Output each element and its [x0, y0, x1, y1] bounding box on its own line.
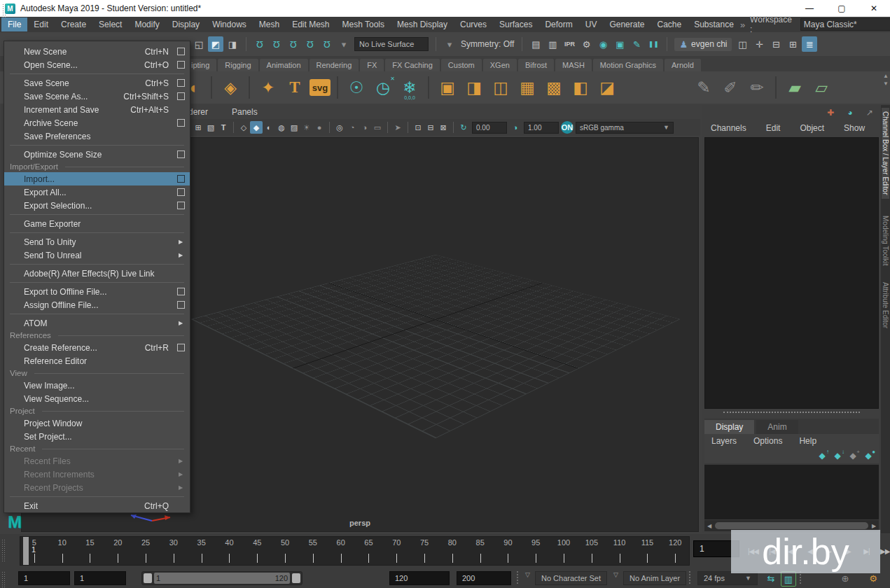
file-menu-item-save-preferences[interactable]: Save Preferences — [4, 130, 190, 143]
file-menu-item-adobe-r-after-effects-r-live-link[interactable]: Adobe(R) After Effects(R) Live Link — [4, 267, 190, 280]
snap-curve-icon[interactable]: Ω — [269, 36, 284, 52]
animation-end-field[interactable]: 200 — [457, 571, 511, 585]
menu-select[interactable]: Select — [92, 18, 128, 31]
current-frame-marker[interactable] — [23, 537, 29, 565]
option-box-icon[interactable] — [177, 79, 185, 87]
menu-generate[interactable]: Generate — [603, 18, 651, 31]
shelf-tab-arnold[interactable]: Arnold — [665, 59, 701, 71]
shelf-tab-bifrost[interactable]: Bifrost — [518, 59, 554, 71]
rp-graph-icon[interactable]: ↗ — [863, 106, 876, 119]
render-view-icon[interactable]: ▤ — [528, 36, 543, 52]
layer-list[interactable] — [704, 465, 879, 519]
file-menu-item-archive-scene[interactable]: Archive Scene — [4, 116, 190, 130]
range-bar-grip[interactable] — [1, 571, 6, 588]
range-start-handle[interactable] — [144, 573, 152, 583]
view-transform-select[interactable]: sRGB gamma▼ — [576, 122, 674, 134]
rp-rotate-icon[interactable]: ◕ — [844, 106, 856, 119]
panel-menu-panels[interactable]: Panels — [232, 107, 258, 117]
file-menu-item-export-to-offline-file[interactable]: Export to Offline File... — [4, 285, 190, 298]
file-menu-item-view-sequence[interactable]: View Sequence... — [4, 392, 190, 405]
option-box-icon[interactable] — [177, 202, 185, 209]
select-component-icon[interactable]: ◨ — [225, 36, 240, 52]
channelbox-menu-channels[interactable]: Channels — [711, 123, 746, 133]
fps-select[interactable]: 24 fps ▼ — [697, 571, 758, 585]
range-end-handle[interactable] — [292, 573, 300, 583]
toolbar-grip[interactable] — [2, 4, 7, 20]
render-current-frame-icon[interactable]: ▥ — [545, 36, 560, 52]
vp-resolution-gate-icon[interactable]: ⊟ — [424, 121, 437, 134]
range-bar[interactable]: 1 120 — [154, 573, 290, 584]
layer-move-down-icon[interactable]: ◆↓ — [830, 449, 844, 463]
time-slider-ruler[interactable]: 5101520253035404550556065707580859095100… — [20, 536, 690, 566]
shelf-tab-fx[interactable]: FX — [360, 59, 384, 71]
vp-film-gate-icon[interactable]: ⊡ — [412, 121, 424, 134]
vp-shadows-icon[interactable]: ● — [313, 121, 326, 134]
shelf-tab-motion-graphics[interactable]: Motion Graphics — [593, 59, 663, 71]
vp-lighting-icon[interactable]: ☀ — [300, 121, 313, 134]
rp-move-manipulator-icon[interactable]: ✚ — [824, 106, 837, 119]
live-surface-field[interactable]: No Live Surface — [354, 37, 429, 51]
green-curved-plane-icon[interactable]: ▱ — [809, 76, 833, 99]
file-menu-item-recent-increments[interactable]: Recent Increments▶ — [4, 468, 190, 481]
vp-plane-icon[interactable]: ▭ — [371, 121, 384, 134]
freeze-transform-icon[interactable]: ❄0,0,0 — [398, 76, 422, 99]
smooth-icon[interactable]: ▦ — [515, 76, 539, 99]
file-menu-item-recent-files[interactable]: Recent Files▶ — [4, 454, 190, 468]
file-menu-item-view-image[interactable]: View Image... — [4, 379, 190, 392]
option-box-icon[interactable] — [177, 288, 185, 295]
file-menu-item-open-scene[interactable]: Open Scene...Ctrl+O — [4, 58, 190, 71]
menu-uv[interactable]: UV — [579, 18, 604, 31]
select-hierarchy-icon[interactable]: ◱ — [191, 36, 207, 52]
joint-tool-icon[interactable]: ☉ — [345, 76, 368, 99]
menu-deform[interactable]: Deform — [538, 18, 578, 31]
star-tool-icon[interactable]: ✦ — [256, 76, 280, 99]
shelf-tab-rendering[interactable]: Rendering — [310, 59, 359, 71]
type-tool-icon[interactable]: T — [283, 76, 307, 99]
menu-edit[interactable]: Edit — [27, 18, 55, 31]
character-controls-icon[interactable]: ✛ — [751, 36, 767, 52]
vp-grid-icon[interactable]: ⊞ — [192, 121, 204, 134]
vp-isolate-select-icon[interactable]: ➤ — [391, 121, 404, 134]
render-setup-icon[interactable]: ▣ — [612, 36, 627, 52]
options-menu[interactable]: Options — [753, 436, 782, 446]
option-box-icon[interactable] — [177, 188, 185, 196]
panel-menu-renderer[interactable]: derer — [188, 107, 208, 117]
refresh-cache-icon[interactable]: ⊕ — [838, 571, 852, 585]
time-slider-grip[interactable] — [1, 539, 6, 563]
multicut-tool-icon[interactable]: ✎ — [692, 76, 716, 99]
channelbox-menu-show[interactable]: Show — [844, 123, 865, 133]
vp-ao-icon[interactable]: ◎ — [333, 121, 346, 134]
scroll-left-icon[interactable]: ◀ — [704, 523, 714, 529]
editor-layout-icon[interactable]: ⊟ — [768, 36, 784, 52]
wedge-icon[interactable]: ◪ — [595, 76, 619, 99]
shelf-tab-mash[interactable]: MASH — [555, 59, 592, 71]
anim-layer-select[interactable]: No Anim Layer — [623, 571, 686, 585]
file-menu-item-save-scene[interactable]: Save SceneCtrl+S — [4, 76, 190, 90]
menu-overflow-chevron-icon[interactable]: » — [740, 20, 745, 30]
menu-mesh-tools[interactable]: Mesh Tools — [336, 18, 391, 31]
scrollbar-thumb[interactable] — [715, 522, 868, 529]
snap-menu-caret-icon[interactable]: ▾ — [336, 36, 352, 52]
file-menu-item-project-window[interactable]: Project Window — [4, 416, 190, 430]
cached-playback-icon[interactable]: ▥ — [781, 571, 796, 587]
light-editor-icon[interactable]: ✎ — [629, 36, 644, 52]
file-menu-item-assign-offline-file[interactable]: Assign Offline File... — [4, 298, 190, 312]
outliner-layout-icon[interactable]: ⊞ — [785, 36, 800, 52]
shelf-tab-animation[interactable]: Animation — [260, 59, 308, 71]
shelf-tab-xgen[interactable]: XGen — [483, 59, 517, 71]
connect-tool-icon[interactable]: ✏ — [745, 76, 769, 99]
shelf-scroll-up-icon[interactable]: ▲ — [883, 73, 889, 79]
menu-curves[interactable]: Curves — [454, 18, 493, 31]
channelbox-menu-edit[interactable]: Edit — [766, 123, 781, 133]
scroll-right-icon[interactable]: ▶ — [869, 523, 879, 529]
file-menu-item-send-to-unreal[interactable]: Send To Unreal▶ — [4, 248, 190, 262]
workspace-select[interactable]: Maya Classic* ▼ — [800, 18, 890, 31]
layers-menu[interactable]: Layers — [711, 436, 737, 446]
menu-edit-mesh[interactable]: Edit Mesh — [286, 18, 335, 31]
vp-exposure-icon[interactable]: ↻ — [457, 121, 470, 134]
option-box-icon[interactable] — [177, 301, 185, 309]
snap-point-icon[interactable]: Ω — [286, 36, 301, 52]
file-menu-item-set-project[interactable]: Set Project... — [4, 430, 190, 443]
vp-wireframe-icon[interactable]: ◇ — [237, 121, 250, 134]
menu-surfaces[interactable]: Surfaces — [493, 18, 538, 31]
